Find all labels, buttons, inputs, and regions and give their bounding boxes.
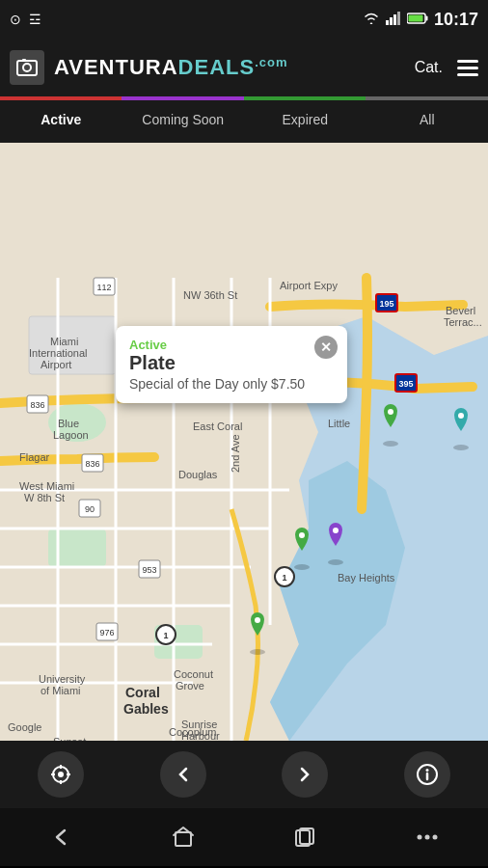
bottom-action-bar: [0, 741, 488, 808]
svg-rect-6: [408, 15, 422, 22]
tab-coming-soon[interactable]: Coming Soon: [122, 96, 245, 143]
svg-text:NW 36th St: NW 36th St: [183, 289, 237, 301]
svg-text:Little: Little: [328, 418, 350, 429]
nav-bar: [0, 808, 488, 866]
svg-rect-3: [397, 12, 400, 25]
popup-description: Special of the Day only $7.50: [129, 376, 312, 392]
svg-point-93: [58, 772, 64, 777]
svg-point-106: [432, 835, 437, 840]
location-button[interactable]: [38, 751, 84, 798]
tab-all[interactable]: All: [366, 96, 489, 143]
svg-point-84: [453, 445, 469, 450]
svg-text:Beverl: Beverl: [446, 305, 475, 316]
svg-point-88: [328, 559, 343, 565]
svg-text:195: 195: [379, 299, 393, 309]
svg-text:Coral: Coral: [125, 685, 160, 700]
tab-bar: Active Coming Soon Expired All: [0, 96, 488, 143]
svg-text:Coconut: Coconut: [174, 668, 213, 680]
svg-text:836: 836: [30, 400, 44, 410]
svg-point-104: [417, 835, 421, 840]
svg-text:Airport: Airport: [41, 359, 71, 370]
svg-point-89: [333, 528, 339, 533]
time-display: 10:17: [434, 10, 478, 30]
svg-text:Bay Heights: Bay Heights: [338, 572, 395, 583]
header-bar: AVENTURADEALS.com Cat.: [0, 39, 488, 96]
prev-button[interactable]: [160, 751, 206, 798]
svg-rect-5: [425, 16, 427, 21]
svg-point-86: [294, 564, 310, 570]
popup-title: Plate: [129, 352, 312, 374]
svg-point-91: [255, 617, 260, 623]
svg-text:Gables: Gables: [123, 701, 169, 717]
photo-button[interactable]: [10, 50, 44, 85]
wifi-icon: [363, 12, 380, 28]
tab-expired[interactable]: Expired: [244, 96, 366, 143]
info-button[interactable]: [404, 751, 450, 798]
svg-text:East Coral: East Coral: [193, 420, 242, 432]
svg-rect-0: [386, 20, 389, 25]
svg-text:University: University: [39, 673, 86, 685]
tab-active[interactable]: Active: [0, 96, 122, 143]
svg-text:1: 1: [282, 573, 286, 583]
map-popup: Active Plate Special of the Day only $7.…: [116, 326, 347, 403]
svg-rect-9: [22, 59, 26, 62]
svg-text:90: 90: [85, 504, 95, 514]
signal-icon: [386, 12, 401, 28]
home-nav-button[interactable]: [170, 824, 197, 851]
app-logo: AVENTURADEALS.com: [54, 55, 288, 80]
gps-icon: ⊙: [10, 12, 21, 27]
back-nav-button[interactable]: [47, 824, 74, 851]
header-actions: Cat.: [415, 59, 478, 76]
battery-icon: [407, 12, 428, 27]
svg-text:West Miami: West Miami: [19, 480, 74, 492]
svg-text:112: 112: [96, 283, 111, 292]
usb-icon: ☲: [29, 12, 41, 27]
category-button[interactable]: Cat.: [415, 59, 443, 76]
svg-text:Douglas: Douglas: [178, 469, 218, 480]
svg-text:Harbour: Harbour: [181, 730, 220, 741]
svg-text:Lagoon: Lagoon: [53, 429, 89, 441]
svg-text:Sunset: Sunset: [53, 736, 86, 741]
google-watermark: Google: [8, 721, 41, 733]
popup-close-button[interactable]: ✕: [314, 336, 338, 359]
svg-text:1: 1: [163, 631, 168, 640]
svg-text:2nd Ave: 2nd Ave: [230, 434, 241, 473]
svg-text:953: 953: [142, 565, 156, 575]
svg-rect-101: [176, 832, 191, 846]
svg-text:of Miami: of Miami: [41, 685, 81, 696]
svg-text:Terrac...: Terrac...: [444, 316, 482, 328]
svg-text:International: International: [29, 347, 88, 359]
svg-text:395: 395: [398, 379, 413, 389]
svg-rect-2: [393, 14, 396, 25]
svg-text:Grove: Grove: [176, 680, 204, 692]
logo-area: AVENTURADEALS.com: [10, 50, 288, 85]
svg-text:Miami: Miami: [50, 336, 78, 347]
svg-point-8: [23, 64, 31, 71]
svg-text:Blue: Blue: [58, 418, 79, 429]
svg-text:836: 836: [85, 459, 99, 469]
svg-text:W 8th St: W 8th St: [24, 492, 65, 503]
recents-nav-button[interactable]: [291, 824, 318, 851]
map-container[interactable]: 112 836 836 953 976 195 1 1 90 Miami Int…: [0, 143, 488, 741]
svg-point-82: [383, 441, 398, 447]
svg-rect-1: [390, 17, 393, 25]
menu-button[interactable]: [457, 60, 478, 76]
svg-point-105: [424, 835, 429, 840]
svg-text:Sunrise: Sunrise: [181, 719, 217, 730]
svg-text:Airport Expy: Airport Expy: [280, 280, 338, 291]
svg-point-100: [425, 769, 428, 772]
more-nav-button[interactable]: [414, 824, 441, 851]
svg-text:976: 976: [99, 628, 114, 637]
status-bar: ⊙ ☲ 10:17: [0, 0, 488, 39]
next-button[interactable]: [282, 751, 328, 798]
svg-point-87: [299, 532, 305, 538]
popup-active-label: Active: [129, 338, 312, 352]
svg-point-90: [250, 649, 265, 655]
svg-point-83: [388, 409, 393, 415]
svg-text:Flagar: Flagar: [19, 451, 50, 463]
svg-point-85: [458, 413, 464, 419]
